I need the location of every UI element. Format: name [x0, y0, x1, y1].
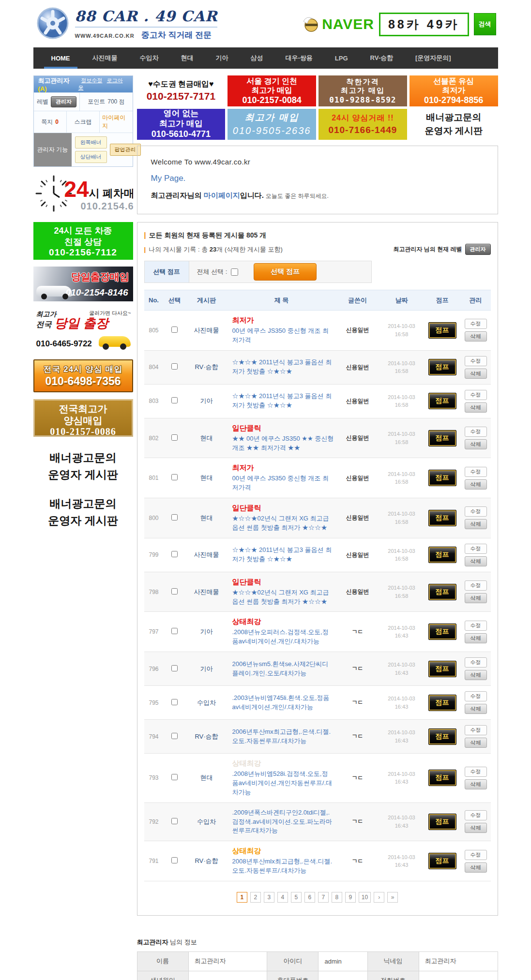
page-1[interactable]: 1 [237, 892, 247, 903]
row-board-category[interactable]: 수입차 [186, 802, 228, 841]
row-jump-button[interactable]: 점프 [428, 728, 456, 745]
row-title-link[interactable]: 2006년투산mx최고급형,.은색.디젤.오토.자동썬루프/.대차가능 [232, 728, 334, 746]
row-jump-button[interactable]: 점프 [428, 814, 456, 830]
row-board-category[interactable]: 현대 [186, 418, 228, 458]
row-title-link[interactable]: .2003년뉴비엠745li.흰색.오토,정품av네비게이션.개인/.대차가능 [232, 694, 334, 712]
banner-green-24h[interactable]: 24시 모든 차종 친절 상담 010-2156-7112 [33, 222, 133, 260]
ad-banner-prepaid-sim[interactable]: 선불폰 유심 최저가 010-2794-8856 [410, 75, 498, 106]
row-jump-button[interactable]: 점프 [428, 624, 456, 640]
row-title-link[interactable]: 00년 에쿠스 JS350 중신형 개조 최저가격 [232, 327, 334, 345]
banner-same-day-purchase[interactable]: 당일출장매입 010-2154-8146 [33, 267, 133, 301]
ad-banner-seoul-gyeonggi[interactable]: 서울 경기 인천 최고가 매입 010-2157-0084 [228, 75, 316, 106]
row-jump-button[interactable]: 점프 [428, 322, 456, 339]
row-title-link[interactable]: 00년 에쿠스 JS350 중신형 개조 최저가격 [232, 474, 334, 492]
row-delete-button[interactable]: 삭제 [465, 369, 487, 379]
row-title-link[interactable]: ☆★☆★ 2011년식 봉고3 풀옵션 최저가 첫방출 ☆★☆★ [232, 358, 334, 376]
nav-item-7[interactable]: LPG [324, 47, 359, 69]
row-board-category[interactable]: 현대 [186, 458, 228, 498]
site-logo[interactable]: 88 CAR . 49 CAR WWW.49CAR.CO.KR 중고차 직거래 … [35, 6, 218, 43]
row-board-category[interactable]: 사진매물 [186, 572, 228, 612]
row-delete-button[interactable]: 삭제 [465, 704, 487, 714]
row-checkbox[interactable] [171, 588, 178, 594]
row-edit-button[interactable]: 수정 [465, 850, 487, 860]
row-board-category[interactable]: 사진매물 [186, 538, 228, 572]
ad-banner-24h-honest[interactable]: 24시 양심거래 !! 010-7166-1449 [319, 109, 407, 140]
row-jump-button[interactable]: 점프 [428, 584, 456, 600]
ad-banner-metro-cash[interactable]: ♥수도권 현금매입♥ 010-2157-7171 [137, 75, 226, 106]
popup-manage-button[interactable]: 팝업관리 [110, 144, 141, 156]
nav-item-6[interactable]: 대우-쌍용 [274, 47, 324, 69]
row-delete-button[interactable]: 삭제 [465, 862, 487, 873]
nav-item-0[interactable]: HOME [40, 47, 81, 69]
row-title-link[interactable]: 2006년뉴sm5.흰색se.사제2단씨디플레이.개인.오토/대차가능 [232, 660, 334, 678]
row-board-category[interactable]: 기아 [186, 612, 228, 652]
row-edit-button[interactable]: 수정 [465, 356, 487, 366]
row-title-link[interactable]: .2008년뉴비엠528i.검정색.오토,정품av네비게이션.개인자동썬루프/.… [232, 770, 334, 797]
ad-banner-no-english[interactable]: 영어 없는 최고가 매입 010-5610-4771 [137, 109, 226, 140]
row-delete-button[interactable]: 삭제 [465, 331, 487, 342]
nav-item-8[interactable]: RV-승합 [359, 47, 404, 69]
row-edit-button[interactable]: 수정 [465, 657, 487, 668]
search-keywords-box[interactable]: 88카 49카 [379, 13, 469, 36]
row-board-category[interactable]: 기아 [186, 384, 228, 418]
select-jump-button[interactable]: 선택 점프 [254, 263, 317, 281]
page-2[interactable]: 2 [250, 892, 261, 903]
ad-banner-inquiry[interactable]: 배너광고문의 운영자 게시판 [410, 109, 498, 140]
row-checkbox[interactable] [171, 327, 178, 333]
row-delete-button[interactable]: 삭제 [465, 439, 487, 449]
page-9[interactable]: 9 [345, 892, 356, 903]
row-title-link[interactable]: .2009년폭스바겐티구안2.0tdi디젤,.검정색.av네비게이션.오토.파노… [232, 808, 334, 836]
row-board-category[interactable]: RV·승합 [186, 720, 228, 754]
row-checkbox[interactable] [171, 397, 178, 403]
row-board-category[interactable]: 사진매물 [186, 311, 228, 351]
row-delete-button[interactable]: 삭제 [465, 402, 487, 413]
row-jump-button[interactable]: 점프 [428, 661, 456, 677]
select-all-checkbox[interactable] [231, 268, 238, 276]
row-jump-button[interactable]: 점프 [428, 393, 456, 409]
row-title-link[interactable]: 2008년투산mlx최고급형,.은색.디젤.오토.자동썬루프/.대차가능 [232, 857, 334, 876]
top-banner-button[interactable]: 상단배너 [75, 151, 107, 163]
mypage-link-inline[interactable]: 마이페이지 [204, 191, 240, 199]
row-jump-button[interactable]: 점프 [428, 695, 456, 711]
row-title-link[interactable]: ★☆☆★02년식 그랜저 XG 최고급 옵션 썬룹 첫방출 최저가 ★☆☆★ [232, 514, 334, 533]
row-delete-button[interactable]: 삭제 [465, 593, 487, 603]
row-edit-button[interactable]: 수정 [465, 767, 487, 777]
nav-item-9[interactable]: [운영자문의] [404, 47, 462, 69]
row-board-category[interactable]: RV·승합 [186, 350, 228, 384]
nav-item-2[interactable]: 수입차 [129, 47, 170, 69]
row-board-category[interactable]: RV·승합 [186, 841, 228, 881]
mypage-link[interactable]: 마이페이지 [102, 114, 130, 130]
banner-gold-best-price[interactable]: 전국최고가 양심매입 010-2157-0086 [33, 399, 133, 437]
scrap-link[interactable]: 스크랩 [74, 118, 91, 126]
ad-banner-best-price[interactable]: 최고가 매입 010-9505-2636 [228, 109, 316, 140]
row-delete-button[interactable]: 삭제 [465, 670, 487, 680]
row-title-link[interactable]: ★★ 00년 에쿠스 JS350 ★★ 중신형 개조 ★★ 최저가격 ★★ [232, 434, 334, 453]
row-checkbox[interactable] [171, 434, 178, 441]
row-checkbox[interactable] [171, 733, 178, 739]
note-label[interactable]: 쪽지 [41, 118, 53, 126]
nav-item-5[interactable]: 삼성 [240, 47, 274, 69]
row-board-category[interactable]: 현대 [186, 498, 228, 538]
row-edit-button[interactable]: 수정 [465, 506, 487, 517]
level-badge[interactable]: 관리자 [51, 96, 76, 107]
banner-orange-24h[interactable]: 전국 24시 양심 매입 010-6498-7356 [33, 359, 133, 392]
page-10[interactable]: 10 [359, 892, 371, 903]
page-next[interactable]: › [374, 892, 384, 903]
row-checkbox[interactable] [171, 699, 178, 705]
row-title-link[interactable]: ☆★☆★ 2011년식 봉고3 풀옵션 최저가 첫방출 ☆★☆★ [232, 392, 334, 410]
row-delete-button[interactable]: 삭제 [465, 779, 487, 789]
row-checkbox[interactable] [171, 665, 178, 671]
row-jump-button[interactable]: 점프 [428, 430, 456, 446]
row-edit-button[interactable]: 수정 [465, 691, 487, 701]
row-checkbox[interactable] [171, 628, 178, 634]
row-delete-button[interactable]: 삭제 [465, 823, 487, 833]
page-3[interactable]: 3 [264, 892, 274, 903]
row-board-category[interactable]: 현대 [186, 754, 228, 803]
row-jump-button[interactable]: 점프 [428, 547, 456, 563]
row-checkbox[interactable] [171, 774, 178, 780]
row-title-link[interactable]: ☆★☆★ 2011년식 봉고3 풀옵션 최저가 첫방출 ☆★☆★ [232, 546, 334, 564]
row-edit-button[interactable]: 수정 [465, 725, 487, 735]
row-title-link[interactable]: ★☆☆★02년식 그랜저 XG 최고급 옵션 썬룹 첫방출 최저가 ★☆☆★ [232, 588, 334, 607]
row-edit-button[interactable]: 수정 [465, 467, 487, 477]
row-jump-button[interactable]: 점프 [428, 853, 456, 869]
